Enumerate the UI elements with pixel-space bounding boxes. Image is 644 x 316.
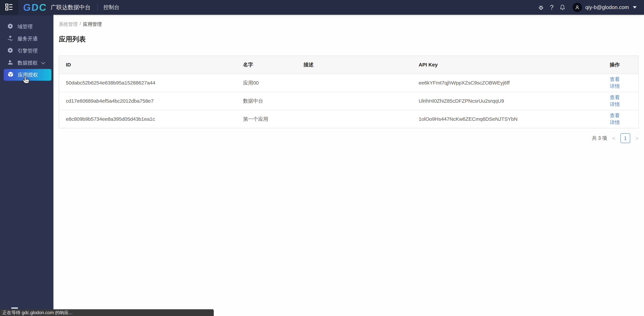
application-table: ID 名字 描述 API Key 操作 50dabc52b6254e638b95… xyxy=(59,55,638,128)
pagination-next-icon[interactable]: > xyxy=(635,133,638,143)
view-details-link[interactable]: 查看详情 xyxy=(610,95,620,107)
cell-app-name: 数据中台 xyxy=(236,92,297,110)
sidebar-item-domain-management[interactable]: 域管理 xyxy=(0,21,54,33)
help-icon[interactable]: ? xyxy=(548,4,555,11)
cell-app-description xyxy=(297,110,412,128)
chevron-down-icon[interactable] xyxy=(633,6,636,8)
table-header-row: ID 名字 描述 API Key 操作 xyxy=(59,56,638,74)
cell-app-id: 50dabc52b6254e638b95a15288627a44 xyxy=(59,74,236,92)
cell-api-key: ee6kYFmt7qjhWppXZsC9scZOBWEyj6ff xyxy=(412,74,605,92)
product-title: 广联达数据中台 xyxy=(50,3,90,11)
hand-heart-icon xyxy=(7,35,14,43)
cell-app-name: 应用00 xyxy=(236,74,297,92)
browser-status-bar: 正在等待 gdc.glodon.com 的响应... xyxy=(0,309,214,316)
topbar: GDC 广联达数据中台 控制台 ? xyxy=(0,0,644,15)
notification-bell-icon[interactable] xyxy=(559,4,566,11)
sidebar-item-engine-management[interactable]: 引擎管理 xyxy=(0,45,54,57)
pagination-prev-icon[interactable]: < xyxy=(612,133,616,143)
table-row: e8c809b9b5734ee8a395d05d43b1ea1c 第一个应用 1… xyxy=(59,110,638,128)
breadcrumb-parent[interactable]: 系统管理 xyxy=(59,21,78,27)
cube-icon xyxy=(8,71,14,79)
status-text: 正在等待 gdc.glodon.com 的响应... xyxy=(2,310,72,316)
sidebar-item-label: 服务开通 xyxy=(18,35,38,42)
table-body: 50dabc52b6254e638b95a15288627a44 应用00 ee… xyxy=(59,74,638,128)
sidebar: 域管理 服务开通 引擎管理 xyxy=(0,15,54,316)
pagination: 共 3 项 < 1 > xyxy=(59,133,638,143)
layout-list-icon xyxy=(4,2,14,12)
table-row: cd17e60689ab4ef5a4bc2012dba758e7 数据中台 Ul… xyxy=(59,92,638,110)
topbar-right-group: ? qiy-b@glodon.com xyxy=(534,3,644,12)
column-header-id: ID xyxy=(59,56,236,74)
gdc-logo: GDC xyxy=(23,0,48,15)
pagination-total: 共 3 项 xyxy=(592,135,607,142)
column-header-api-key: API Key xyxy=(412,56,605,74)
cell-app-id: cd17e60689ab4ef5a4bc2012dba758e7 xyxy=(59,92,236,110)
cell-app-name: 第一个应用 xyxy=(236,110,297,128)
pagination-page-1[interactable]: 1 xyxy=(620,133,630,143)
column-header-actions: 操作 xyxy=(605,56,638,74)
user-gear-icon xyxy=(7,59,14,67)
cell-api-key: 1olOo9Hs447NcKw6ZECmq6DSeNJTSYbN xyxy=(412,110,605,128)
cell-app-id: e8c809b9b5734ee8a395d05d43b1ea1c xyxy=(59,110,236,128)
column-header-description: 描述 xyxy=(297,56,412,74)
sidebar-item-label: 域管理 xyxy=(18,23,32,30)
main-content: 系统管理 / 应用管理 应用列表 ID 名字 描述 API Key 操作 50d… xyxy=(54,15,644,316)
sidebar-item-app-authorization[interactable]: 应用授权 xyxy=(4,69,52,81)
view-details-link[interactable]: 查看详情 xyxy=(610,76,620,89)
sidebar-item-service-activation[interactable]: 服务开通 xyxy=(0,33,54,45)
sidebar-toggle-button[interactable] xyxy=(0,0,18,15)
breadcrumb: 系统管理 / 应用管理 xyxy=(59,21,638,27)
cell-api-key: UlrihHI0ZhiZ85cDFZPNcsrUu2srqqU9 xyxy=(412,92,605,110)
user-avatar[interactable] xyxy=(572,3,582,12)
breadcrumb-current: 应用管理 xyxy=(83,21,102,27)
user-email[interactable]: qiy-b@glodon.com xyxy=(585,4,629,10)
topbar-divider xyxy=(97,4,98,11)
cell-app-description xyxy=(297,74,412,92)
hexagon-nut-icon xyxy=(7,47,14,55)
sidebar-nav: 域管理 服务开通 引擎管理 xyxy=(0,15,54,81)
cell-app-description xyxy=(297,92,412,110)
sidebar-item-label: 数据授权 xyxy=(18,60,38,66)
app-window: GDC 广联达数据中台 控制台 ? xyxy=(0,0,644,316)
chevron-down-icon xyxy=(41,61,45,64)
breadcrumb-separator: / xyxy=(80,21,81,27)
column-header-name: 名字 xyxy=(236,56,297,74)
table-row: 50dabc52b6254e638b95a15288627a44 应用00 ee… xyxy=(59,74,638,92)
bug-report-icon[interactable] xyxy=(538,4,544,11)
sidebar-item-data-authorization[interactable]: 数据授权 xyxy=(0,57,54,69)
sidebar-item-label: 引擎管理 xyxy=(18,47,38,54)
console-nav-link[interactable]: 控制台 xyxy=(103,4,120,11)
hexagon-nut-icon xyxy=(7,23,14,30)
view-details-link[interactable]: 查看详情 xyxy=(610,113,620,125)
page-title: 应用列表 xyxy=(59,34,638,44)
sidebar-item-label: 应用授权 xyxy=(18,71,38,78)
